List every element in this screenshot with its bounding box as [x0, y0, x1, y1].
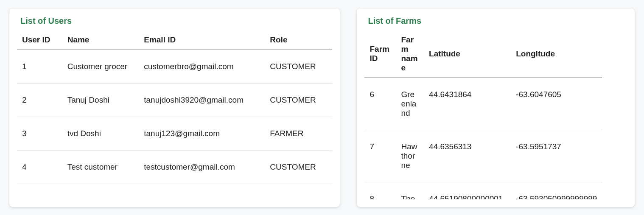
- users-th-id: User ID: [17, 31, 62, 50]
- user-name-cell: Customer grocer: [62, 50, 139, 84]
- farms-table-header-row: Farm ID Farm name Latitude Longitude: [364, 31, 602, 78]
- farm-lat-cell: 44.6431864: [424, 78, 511, 130]
- table-row: 4 Test customer testcustomer@gmail.com C…: [17, 151, 332, 184]
- farm-lat-cell: 44.6356313: [424, 130, 511, 182]
- farm-id-cell: 7: [364, 130, 396, 182]
- user-email-cell: customerbro@gmail.com: [139, 50, 265, 84]
- user-role-cell: CUSTOMER: [265, 50, 332, 84]
- user-id-cell: 3: [17, 117, 62, 151]
- user-id-cell: 2: [17, 84, 62, 117]
- farm-lat-cell: 44.65190800000001: [424, 182, 511, 200]
- user-id-cell: 1: [17, 50, 62, 84]
- farm-lon-cell: -63.6047605: [511, 78, 602, 130]
- table-row: 3 tvd Doshi tanuj123@gmail.com FARMER: [17, 117, 332, 151]
- farms-th-name: Farm name: [396, 31, 424, 78]
- table-row: 6 Greenland 44.6431864 -63.6047605: [364, 78, 602, 130]
- farms-th-lon: Longitude: [511, 31, 602, 78]
- user-email-cell: tanujdoshi3920@gmail.com: [139, 84, 265, 117]
- user-email-cell: tanuj123@gmail.com: [139, 117, 265, 151]
- user-name-cell: Test customer: [62, 151, 139, 184]
- users-table: User ID Name Email ID Role 1 Customer gr…: [17, 31, 332, 184]
- table-row: 7 Hawthorne 44.6356313 -63.5951737: [364, 130, 602, 182]
- user-role-cell: CUSTOMER: [265, 84, 332, 117]
- dashboard-two-column: List of Users User ID Name Email ID Role…: [0, 0, 644, 215]
- user-role-cell: CUSTOMER: [265, 151, 332, 184]
- users-table-scroll[interactable]: User ID Name Email ID Role 1 Customer gr…: [17, 31, 332, 199]
- users-th-email: Email ID: [139, 31, 265, 50]
- users-th-role: Role: [265, 31, 332, 50]
- farm-name-cell: The Lo Farm: [396, 182, 424, 200]
- farm-name-cell: Hawthorne: [396, 130, 424, 182]
- table-row: 1 Customer grocer customerbro@gmail.com …: [17, 50, 332, 84]
- farm-id-cell: 8: [364, 182, 396, 200]
- users-card-title: List of Users: [17, 16, 332, 26]
- farms-table: Farm ID Farm name Latitude Longitude 6 G…: [364, 31, 602, 199]
- farms-th-id: Farm ID: [364, 31, 396, 78]
- farm-name-cell: Greenland: [396, 78, 424, 130]
- user-name-cell: tvd Doshi: [62, 117, 139, 151]
- user-email-cell: testcustomer@gmail.com: [139, 151, 265, 184]
- farm-lon-cell: -63.593050999999999: [511, 182, 602, 200]
- user-id-cell: 4: [17, 151, 62, 184]
- table-row: 8 The Lo Farm 44.65190800000001 -63.5930…: [364, 182, 602, 200]
- farm-id-cell: 6: [364, 78, 396, 130]
- users-th-name: Name: [62, 31, 139, 50]
- users-table-header-row: User ID Name Email ID Role: [17, 31, 332, 50]
- users-card: List of Users User ID Name Email ID Role…: [9, 8, 340, 207]
- farm-lon-cell: -63.5951737: [511, 130, 602, 182]
- user-role-cell: FARMER: [265, 117, 332, 151]
- farms-card-title: List of Farms: [364, 16, 627, 26]
- user-name-cell: Tanuj Doshi: [62, 84, 139, 117]
- farms-card: List of Farms Farm ID Farm name Latitude…: [357, 8, 635, 207]
- table-row: 2 Tanuj Doshi tanujdoshi3920@gmail.com C…: [17, 84, 332, 117]
- farms-th-lat: Latitude: [424, 31, 511, 78]
- farms-table-scroll[interactable]: Farm ID Farm name Latitude Longitude 6 G…: [364, 31, 627, 199]
